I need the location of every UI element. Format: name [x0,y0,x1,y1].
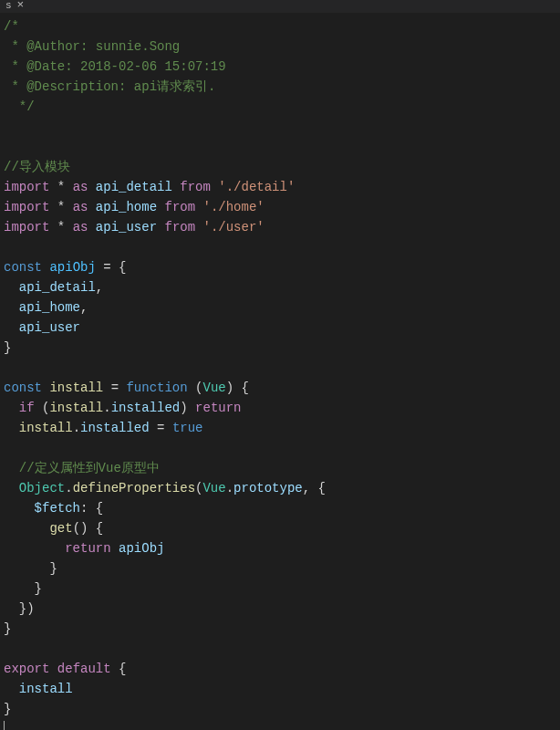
eq: = [96,260,119,275]
kw-export: export [4,662,49,676]
comma: , [303,481,310,495]
dot: . [103,401,110,415]
star: * [57,200,65,214]
str-home: './home' [203,200,264,214]
prop-api-user: api_user [19,320,80,335]
rparen: ) [226,381,233,395]
lbrace: { [119,662,126,676]
var-apiobj: apiObj [49,260,95,275]
rbrace: } [19,601,26,616]
prop-fetch: $fetch [35,501,80,516]
kw-return: return [65,541,110,556]
kw-from: from [180,180,211,194]
rbrace: } [4,340,11,355]
comma: , [96,280,103,295]
cursor [4,721,5,730]
star: * [57,220,65,235]
ref-apiobj: apiObj [119,541,164,556]
kw-default: default [57,662,111,676]
kw-as: as [73,180,88,194]
lbrace: { [96,501,103,516]
rbrace: } [4,702,11,716]
prop-installed: installed [80,421,150,435]
kw-function: function [126,381,187,395]
comment-close: */ [4,99,35,114]
comment-vue: //定义属性到Vue原型中 [19,461,160,475]
editor-tab[interactable]: s × [0,0,29,11]
close-icon[interactable]: × [17,1,25,10]
kw-from: from [164,200,195,214]
rbrace: } [35,581,42,596]
kw-const: const [4,260,42,275]
prop-prototype: prototype [233,481,303,495]
var-api-user: api_user [96,220,157,235]
ref-object: Object [19,481,65,495]
code-editor[interactable]: /* * @Author: sunnie.Song * @Date: 2018-… [0,13,560,730]
ref-vue: Vue [202,481,225,495]
kw-as: as [73,200,88,214]
kw-if: if [19,401,35,415]
tab-bar: s × [0,0,560,13]
ref-install: install [19,421,73,435]
str-user: './user' [203,220,264,235]
comment-date: 2018-02-06 15:07:19 [80,59,226,74]
dot: . [65,481,72,495]
kw-import: import [4,200,49,214]
comment-desc-prefix: * @Description: [4,79,134,94]
comment-desc: api请求索引. [134,79,216,94]
dot: . [73,421,80,435]
lbrace: { [119,260,126,275]
ref-install: install [49,401,103,415]
str-detail: './detail' [218,180,295,194]
kw-return: return [195,401,241,415]
kw-as: as [73,220,88,235]
tab-label: s [5,0,12,16]
star: * [57,180,65,194]
prop-install: install [19,682,73,696]
rparen: ) [180,401,187,415]
prop-api-home: api_home [19,300,80,315]
fn-defineproperties: defineProperties [73,481,195,495]
rbrace: } [49,561,57,576]
comment-author-prefix: * @Author: [4,39,96,54]
comma: , [80,300,88,315]
lbrace: { [318,481,326,495]
lbrace: { [242,381,249,395]
dot: . [226,481,233,495]
lparen: ( [73,521,80,536]
comment-import: //导入模块 [4,160,70,174]
kw-import: import [4,180,49,194]
var-api-home: api_home [96,200,157,214]
var-install: install [49,381,103,395]
eq: = [103,381,126,395]
param-vue: Vue [202,381,225,395]
kw-true: true [172,421,203,435]
comment-date-prefix: * @Date: [4,59,80,74]
eq: = [150,421,172,435]
comment-open: /* [4,19,19,34]
kw-from: from [164,220,195,235]
lbrace: { [96,521,103,536]
comment-author: sunnie.Song [96,39,180,54]
prop-installed: installed [111,401,181,415]
rbrace: } [4,621,11,636]
var-api-detail: api_detail [96,180,172,194]
kw-const: const [4,381,42,395]
kw-import: import [4,220,49,235]
rparen: ) [26,601,34,616]
fn-get: get [49,521,72,536]
prop-api-detail: api_detail [19,280,96,295]
